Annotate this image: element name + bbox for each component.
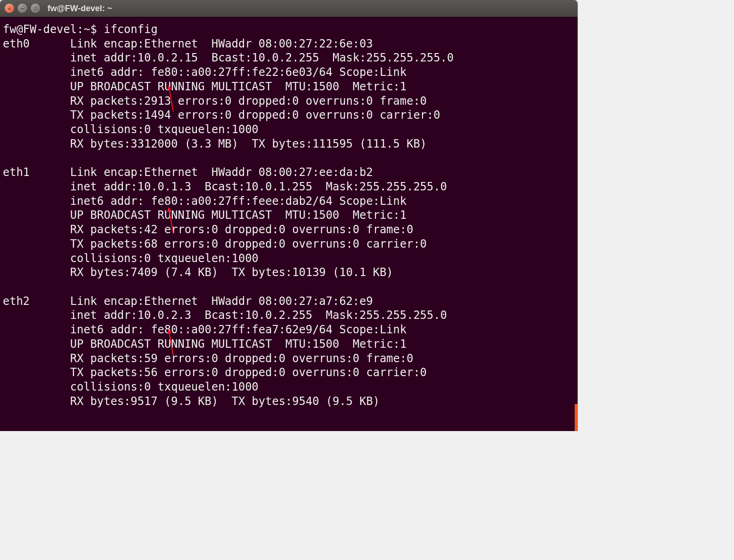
- annotation-arrow-icon: [168, 208, 174, 234]
- annotation-arrow-icon: [168, 86, 174, 112]
- terminal-window: ✕ – ▢ fw@FW-devel: ~ fw@FW-devel:~$ ifco…: [0, 0, 578, 431]
- titlebar[interactable]: ✕ – ▢ fw@FW-devel: ~: [0, 0, 578, 17]
- minimize-icon[interactable]: –: [18, 4, 27, 13]
- close-icon[interactable]: ✕: [5, 4, 14, 13]
- window-title: fw@FW-devel: ~: [48, 4, 112, 13]
- annotation-arrow-icon: [168, 330, 174, 356]
- terminal-output[interactable]: fw@FW-devel:~$ ifconfig eth0 Link encap:…: [0, 17, 578, 431]
- window-controls: ✕ – ▢: [5, 4, 40, 13]
- maximize-icon[interactable]: ▢: [31, 4, 40, 13]
- scrollbar-indicator[interactable]: [575, 404, 578, 431]
